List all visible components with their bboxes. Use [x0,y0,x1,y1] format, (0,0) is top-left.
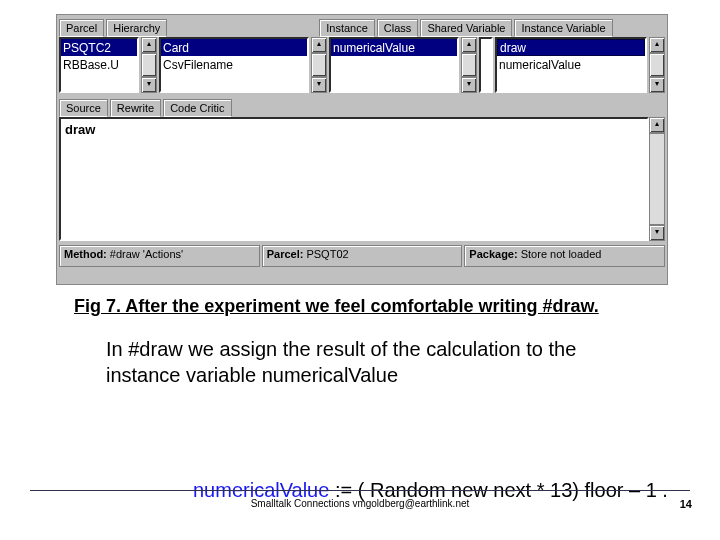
tab-hierarchy[interactable]: Hierarchy [106,19,167,37]
tab-class[interactable]: Class [377,19,419,37]
pane-separator [479,37,493,93]
tab-label: Code Critic [170,102,224,114]
mid-tabbar: Source Rewrite Code Critic [57,93,667,117]
parcel-scroll: ▴ ▾ [141,37,157,93]
code-editor[interactable]: draw numericalValue := ( Random new next… [59,117,649,241]
tab-label: Hierarchy [113,22,160,34]
code-scroll: ▴ ▾ [649,117,665,241]
method-header: draw [65,121,643,139]
ide-window: Parcel Hierarchy Instance Class Shared V… [56,14,668,285]
tab-label: Instance Variable [521,22,605,34]
scroll-track[interactable] [649,53,665,77]
protocol-list[interactable]: numericalValue [329,37,459,93]
figure-caption: Fig 7. After the experiment we feel comf… [74,296,664,317]
method-scroll: ▴ ▾ [649,37,665,93]
class-list[interactable]: Card CsvFilename [159,37,309,93]
scroll-down-icon[interactable]: ▾ [311,77,327,93]
status-value: Store not loaded [521,248,602,260]
scroll-down-icon[interactable]: ▾ [649,225,665,241]
tab-code-critic[interactable]: Code Critic [163,99,231,117]
tab-rewrite[interactable]: Rewrite [110,99,161,117]
protocol-scroll: ▴ ▾ [461,37,477,93]
scroll-up-icon[interactable]: ▴ [311,37,327,53]
status-label: Method: [64,248,107,260]
scroll-track[interactable] [311,53,327,77]
footer-divider [30,490,690,491]
status-label: Package: [469,248,517,260]
footer-text: Smalltalk Connections vmgoldberg@earthli… [0,498,720,509]
tab-label: Rewrite [117,102,154,114]
scroll-down-icon[interactable]: ▾ [461,77,477,93]
status-method: Method: #draw 'Actions' [59,245,260,267]
status-package: Package: Store not loaded [464,245,665,267]
list-item[interactable]: RBBase.U [61,56,137,73]
status-value: #draw 'Actions' [110,248,183,260]
scroll-up-icon[interactable]: ▴ [649,117,665,133]
tab-source[interactable]: Source [59,99,108,117]
list-item[interactable]: draw [497,39,645,56]
status-value: PSQT02 [306,248,348,260]
tab-label: Shared Variable [427,22,505,34]
scroll-down-icon[interactable]: ▾ [649,77,665,93]
tab-label: Source [66,102,101,114]
scroll-track[interactable] [461,53,477,77]
tab-label: Parcel [66,22,97,34]
method-list[interactable]: draw numericalValue [495,37,647,93]
page-number: 14 [680,498,692,510]
tab-label: Instance [326,22,368,34]
tab-instance[interactable]: Instance [319,19,375,37]
top-tabbar: Parcel Hierarchy Instance Class Shared V… [57,15,667,37]
browser-panes: PSQTC2 RBBase.U ▴ ▾ Card CsvFilename ▴ ▾… [57,37,667,93]
list-item[interactable]: numericalValue [497,56,645,73]
parcel-list[interactable]: PSQTC2 RBBase.U [59,37,139,93]
tab-instance-variable[interactable]: Instance Variable [514,19,612,37]
tab-parcel[interactable]: Parcel [59,19,104,37]
class-scroll: ▴ ▾ [311,37,327,93]
list-item[interactable]: Card [161,39,307,56]
list-item[interactable]: PSQTC2 [61,39,137,56]
list-item[interactable]: CsvFilename [161,56,307,73]
scroll-up-icon[interactable]: ▴ [461,37,477,53]
scroll-down-icon[interactable]: ▾ [141,77,157,93]
status-bar: Method: #draw 'Actions' Parcel: PSQT02 P… [59,245,665,267]
scroll-up-icon[interactable]: ▴ [141,37,157,53]
tab-shared-variable[interactable]: Shared Variable [420,19,512,37]
slide-body-text: In #draw we assign the result of the cal… [106,336,646,388]
tab-label: Class [384,22,412,34]
status-label: Parcel: [267,248,304,260]
status-parcel: Parcel: PSQT02 [262,245,463,267]
scroll-track[interactable] [141,53,157,77]
scroll-track[interactable] [649,133,665,225]
code-pane-wrap: draw numericalValue := ( Random new next… [59,117,665,241]
scroll-up-icon[interactable]: ▴ [649,37,665,53]
list-item[interactable]: numericalValue [331,39,457,56]
